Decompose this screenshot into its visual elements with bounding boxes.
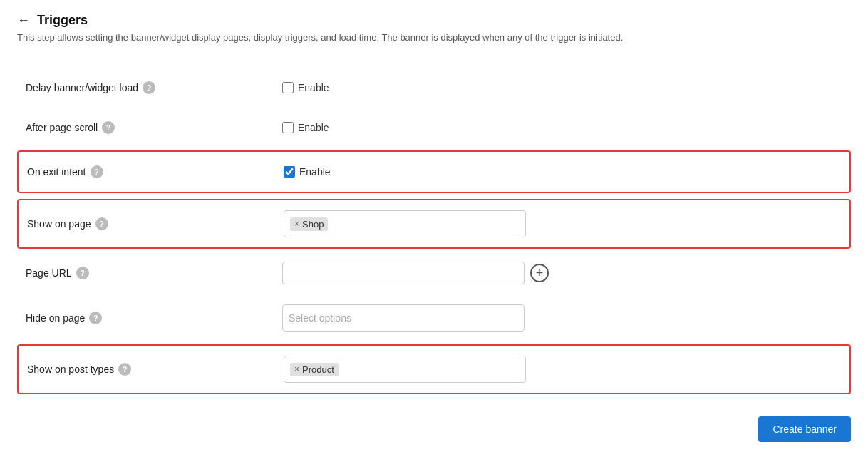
help-icon-hide-page[interactable]: ? xyxy=(89,312,102,324)
enable-label-delay: Enable xyxy=(298,82,329,93)
hide-page-placeholder: Select options xyxy=(289,312,351,324)
help-icon-exit[interactable]: ? xyxy=(91,165,103,178)
control-scroll: Enable xyxy=(282,122,842,133)
label-area-delay: Delay banner/widget load ? xyxy=(26,81,282,94)
checkbox-delay[interactable] xyxy=(282,82,294,93)
label-show-page: Show on page xyxy=(27,218,91,230)
add-url-button[interactable]: + xyxy=(530,264,549,282)
post-types-tag-input[interactable]: × Product xyxy=(284,356,526,383)
row-post-types-wrapper: Show on post types ? × Product xyxy=(17,344,851,394)
row-page-url: Page URL ? + xyxy=(17,252,851,294)
page-title: Triggers xyxy=(37,13,88,28)
title-row: ← Triggers xyxy=(17,13,851,28)
help-icon-url[interactable]: ? xyxy=(76,267,89,279)
row-delay: Delay banner/widget load ? Enable xyxy=(17,68,851,108)
checkbox-scroll[interactable] xyxy=(282,122,294,133)
enable-label-exit: Enable xyxy=(299,166,331,178)
form-area: Delay banner/widget load ? Enable After … xyxy=(0,68,868,397)
tag-shop: × Shop xyxy=(290,217,328,231)
checkbox-label-exit[interactable]: Enable xyxy=(284,166,331,178)
tag-label-shop: Shop xyxy=(302,219,324,230)
checkbox-exit[interactable] xyxy=(284,166,295,178)
label-delay: Delay banner/widget load xyxy=(26,82,138,93)
label-post-types: Show on post types xyxy=(27,364,114,375)
create-banner-button[interactable]: Create banner xyxy=(758,416,851,442)
control-hide-page: Select options xyxy=(282,304,842,332)
page-description: This step allows setting the banner/widg… xyxy=(17,32,851,43)
footer-bar: Create banner xyxy=(0,406,868,452)
tag-remove-product[interactable]: × xyxy=(294,365,299,374)
tag-product: × Product xyxy=(290,363,339,376)
help-icon-delay[interactable]: ? xyxy=(143,81,155,94)
header-divider xyxy=(0,56,868,56)
label-area-url: Page URL ? xyxy=(26,267,282,279)
page-header: ← Triggers This step allows setting the … xyxy=(0,0,868,50)
label-area-post-types: Show on post types ? xyxy=(27,363,284,376)
row-after-scroll: After page scroll ? Enable xyxy=(17,108,851,148)
page-url-input[interactable] xyxy=(282,262,525,284)
back-button[interactable]: ← xyxy=(17,13,30,28)
checkbox-label-scroll[interactable]: Enable xyxy=(282,122,329,133)
label-area-show-page: Show on page ? xyxy=(27,217,284,230)
label-hide-page: Hide on page xyxy=(26,312,85,324)
label-exit: On exit intent xyxy=(27,166,86,178)
tag-remove-shop[interactable]: × xyxy=(294,220,299,228)
control-delay: Enable xyxy=(282,82,842,93)
help-icon-show-page[interactable]: ? xyxy=(95,217,108,230)
label-area-hide-page: Hide on page ? xyxy=(26,312,282,324)
show-page-tag-input[interactable]: × Shop xyxy=(284,210,526,237)
label-area-exit: On exit intent ? xyxy=(27,165,284,178)
control-post-types: × Product xyxy=(284,356,841,383)
control-url: + xyxy=(282,262,842,284)
control-exit: Enable xyxy=(284,166,841,178)
help-icon-scroll[interactable]: ? xyxy=(102,121,115,134)
row-exit-intent: On exit intent ? Enable xyxy=(19,152,849,192)
help-icon-post-types[interactable]: ? xyxy=(118,363,131,376)
label-area-scroll: After page scroll ? xyxy=(26,121,282,134)
tag-label-product: Product xyxy=(302,364,334,375)
control-show-page: × Shop xyxy=(284,210,841,237)
label-scroll: After page scroll xyxy=(26,122,98,133)
label-url: Page URL xyxy=(26,267,72,279)
row-show-page: Show on page ? × Shop xyxy=(19,200,849,247)
row-show-page-wrapper: Show on page ? × Shop xyxy=(17,199,851,249)
enable-label-scroll: Enable xyxy=(298,122,329,133)
checkbox-label-delay[interactable]: Enable xyxy=(282,82,329,93)
row-hide-page: Hide on page ? Select options xyxy=(17,294,851,341)
row-exit-intent-wrapper: On exit intent ? Enable xyxy=(17,150,851,193)
hide-page-select[interactable]: Select options xyxy=(282,304,525,332)
row-post-types: Show on post types ? × Product xyxy=(19,346,849,393)
